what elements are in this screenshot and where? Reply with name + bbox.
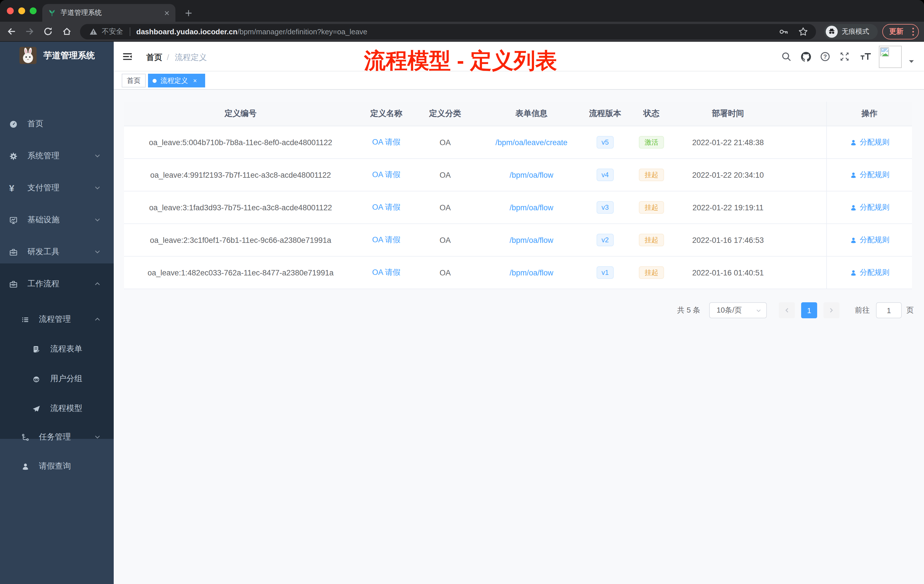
logo-avatar: [20, 47, 36, 64]
avatar[interactable]: [879, 46, 902, 68]
font-size-icon[interactable]: [860, 51, 870, 62]
sidebar-item-infrastructure[interactable]: 基础设施: [0, 209, 114, 231]
new-tab-button[interactable]: [182, 6, 195, 20]
form-link[interactable]: /bpm/oa/flow: [510, 268, 553, 277]
breadcrumb-separator: /: [167, 53, 169, 62]
sidebar-item-leave-query[interactable]: 请假查询: [0, 455, 114, 478]
chevron-up-icon: [94, 315, 101, 323]
tag-close-icon[interactable]: ×: [193, 78, 197, 84]
chevron-down-icon: [94, 433, 101, 440]
help-icon[interactable]: ?: [820, 51, 830, 62]
breadcrumb-current: 流程定义: [175, 53, 207, 63]
sidebar-item-process-management[interactable]: 流程管理: [0, 308, 114, 331]
version-badge: v3: [596, 201, 614, 214]
sidebar: 芋道管理系统 首页 系统管理 ¥ 支付管理 基础设施 研发工具 工作: [0, 42, 114, 584]
sidebar-item-system[interactable]: 系统管理: [0, 145, 114, 167]
assign-rule-button[interactable]: 分配规则: [850, 235, 889, 245]
tag-home[interactable]: 首页: [122, 74, 146, 87]
security-label[interactable]: 不安全: [102, 27, 123, 36]
browser-update-button[interactable]: 更新: [882, 24, 919, 40]
window-close-button[interactable]: [7, 7, 14, 14]
form-link[interactable]: /bpm/oa/flow: [510, 236, 553, 244]
back-icon[interactable]: [6, 26, 16, 36]
filler-cell: [776, 126, 826, 159]
search-icon[interactable]: [781, 51, 792, 62]
breadcrumb-home[interactable]: 首页: [146, 53, 162, 63]
current-page-button[interactable]: 1: [801, 302, 817, 318]
definition-table: 定义编号 定义名称 定义分类 表单信息 流程版本 状态 部署时间 操作 oa_l…: [124, 102, 912, 289]
caret-down-icon[interactable]: [909, 59, 914, 63]
svg-text:?: ?: [823, 53, 827, 60]
paper-plane-icon: [32, 404, 41, 413]
sidebar-item-payment[interactable]: ¥ 支付管理: [0, 177, 114, 200]
hamburger-icon[interactable]: [122, 51, 132, 62]
definition-id: oa_leave:2:3c1f0ef1-76b1-11ec-9c66-a2380…: [124, 224, 357, 257]
goto-page-input[interactable]: [876, 302, 902, 318]
sidebar-item-dev-tools[interactable]: 研发工具: [0, 241, 114, 264]
home-icon[interactable]: [62, 26, 72, 36]
table-row: oa_leave:5:004b710b-7b8a-11ec-8ef0-acde4…: [124, 126, 912, 159]
url-path: /bpm/manager/definition?key=oa_leave: [238, 27, 368, 36]
key-icon[interactable]: [779, 27, 789, 36]
reload-icon[interactable]: [43, 26, 53, 36]
divider: [129, 27, 130, 36]
version-badge: v5: [596, 136, 614, 148]
tree-list-icon: [21, 315, 30, 324]
tab-close-icon[interactable]: [164, 10, 170, 16]
page-annotation: 流程模型 - 定义列表: [364, 49, 557, 73]
bookmark-star-icon[interactable]: [798, 27, 808, 36]
tab-title: 芋道管理系统: [61, 8, 164, 18]
deploy-time: 2022-01-22 21:48:38: [681, 126, 776, 159]
active-dot: [153, 79, 157, 82]
sidebar-item-home[interactable]: 首页: [0, 112, 114, 135]
definition-name-link[interactable]: OA 请假: [372, 137, 400, 147]
definition-name-link[interactable]: OA 请假: [372, 202, 400, 213]
sidebar-item-user-group[interactable]: 用户分组: [0, 368, 114, 390]
tag-process-definition[interactable]: 流程定义 ×: [148, 74, 205, 87]
form-link[interactable]: /bpm/oa/flow: [510, 171, 553, 179]
sidebar-item-task-management[interactable]: 任务管理: [0, 426, 114, 449]
definition-name-link[interactable]: OA 请假: [372, 235, 400, 245]
chevron-down-icon: [94, 184, 101, 191]
assign-rule-button[interactable]: 分配规则: [850, 170, 889, 180]
incognito-label: 无痕模式: [842, 27, 869, 36]
fullscreen-icon[interactable]: [840, 51, 850, 62]
column-header: 表单信息: [475, 102, 588, 126]
monitor-icon: [9, 216, 18, 224]
version-badge: v4: [596, 168, 614, 181]
address-bar[interactable]: 不安全 dashboard.yudao.iocoder.cn/bpm/manag…: [80, 24, 816, 40]
tags-view-bar: 首页 流程定义 ×: [114, 71, 924, 90]
window-minimize-button[interactable]: [18, 7, 25, 14]
sidebar-item-workflow[interactable]: 工作流程: [0, 272, 114, 295]
chevron-down-icon: [94, 152, 101, 159]
prev-page-button[interactable]: [779, 302, 795, 318]
window-zoom-button[interactable]: [30, 7, 36, 14]
browser-tab[interactable]: 芋道管理系统: [42, 4, 175, 22]
column-header: 定义名称: [357, 102, 416, 126]
page-size-select[interactable]: 10条/页: [709, 302, 767, 318]
next-page-button[interactable]: [823, 302, 840, 318]
pagination-total: 共 5 条: [677, 302, 700, 318]
status-badge: 挂起: [639, 234, 664, 246]
form-link[interactable]: /bpm/oa/flow: [510, 203, 553, 212]
assign-rule-button[interactable]: 分配规则: [850, 267, 889, 278]
forward-icon[interactable]: [25, 26, 35, 36]
task-branch-icon: [21, 433, 30, 441]
update-label[interactable]: 更新: [889, 27, 903, 36]
deploy-time: 2022-01-22 19:19:11: [681, 191, 776, 224]
definition-name-link[interactable]: OA 请假: [372, 267, 400, 278]
form-doc-icon: [32, 345, 41, 353]
definition-name-link[interactable]: OA 请假: [372, 170, 400, 180]
github-icon[interactable]: [800, 51, 811, 62]
table-row: oa_leave:1:482ec033-762a-11ec-8477-a2380…: [124, 257, 912, 289]
assign-rule-button[interactable]: 分配规则: [850, 202, 889, 213]
sidebar-item-process-form[interactable]: 流程表单: [0, 338, 114, 361]
form-link[interactable]: /bpm/oa/leave/create: [495, 138, 568, 147]
deploy-time: 2022-01-16 01:40:51: [681, 257, 776, 289]
status-badge: 挂起: [639, 201, 664, 214]
browser-menu-icon[interactable]: [912, 27, 914, 36]
assign-rule-button[interactable]: 分配规则: [850, 137, 889, 147]
status-badge: 挂起: [639, 168, 664, 181]
column-header: 操作: [826, 102, 912, 126]
sidebar-item-process-model[interactable]: 流程模型: [0, 397, 114, 420]
